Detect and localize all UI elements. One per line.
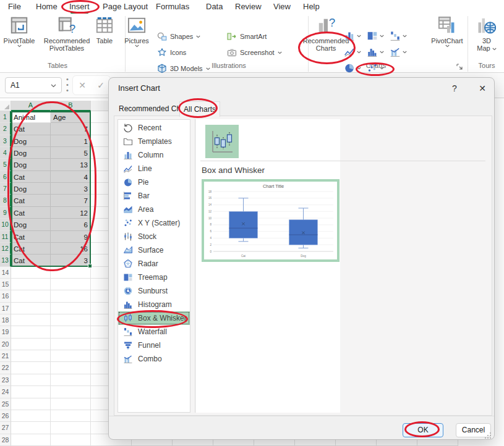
shapes-button[interactable]: Shapes [157, 30, 200, 43]
cell-B27[interactable] [51, 422, 91, 434]
ribbon-tab-file[interactable]: File [8, 0, 21, 14]
row-header-1[interactable]: 1 [0, 111, 11, 123]
row-header-26[interactable]: 26 [0, 410, 11, 422]
icons-button[interactable]: Icons [157, 46, 186, 59]
insert-pie-chart-button[interactable] [344, 62, 361, 74]
cell-B17[interactable] [51, 303, 91, 314]
tab-all-charts[interactable]: All Charts [179, 101, 220, 117]
chart-type-funnel[interactable]: Funnel [118, 339, 190, 352]
cell-B21[interactable] [51, 350, 91, 362]
dialog-help-button[interactable]: ? [448, 82, 461, 95]
cell-A3[interactable]: Dog [11, 135, 51, 147]
row-header-19[interactable]: 19 [0, 326, 11, 338]
cell-A4[interactable]: Dog [11, 147, 51, 159]
cell-A9[interactable]: Cat [11, 207, 51, 219]
chart-preview[interactable]: Chart Title024681012141618CatDog [202, 179, 340, 262]
row-header-4[interactable]: 4 [0, 147, 11, 159]
chart-type-pie[interactable]: Pie [118, 175, 190, 189]
fill-handle[interactable] [88, 264, 92, 268]
ribbon-tab-home[interactable]: Home [36, 0, 58, 14]
chart-type-radar[interactable]: Radar [118, 257, 190, 271]
cell-B15[interactable] [51, 279, 91, 290]
cell-B11[interactable]: 9 [51, 231, 91, 243]
cell-B16[interactable] [51, 290, 91, 302]
insert-treemap-button[interactable] [367, 30, 384, 42]
cell-B1[interactable]: Age [51, 111, 91, 123]
cell-A22[interactable] [11, 362, 51, 374]
cell-B12[interactable]: 16 [51, 243, 91, 255]
cell-B10[interactable]: 6 [51, 219, 91, 230]
pivottable-button[interactable]: PivotTable [3, 16, 35, 48]
row-header-11[interactable]: 11 [0, 231, 11, 243]
cell-A19[interactable] [11, 326, 51, 338]
row-header-24[interactable]: 24 [0, 386, 11, 398]
chart-type-area[interactable]: Area [118, 203, 190, 216]
ribbon-tab-view[interactable]: View [273, 0, 291, 14]
name-box[interactable]: A1 [5, 77, 62, 93]
insert-combo-chart-button[interactable] [390, 46, 407, 58]
row-header-12[interactable]: 12 [0, 243, 11, 255]
cell-B8[interactable]: 7 [51, 195, 91, 206]
cell-B20[interactable] [51, 339, 91, 350]
cell-A6[interactable]: Cat [11, 171, 51, 183]
chart-type-recent[interactable]: Recent [118, 121, 190, 135]
ok-button[interactable]: OK [403, 423, 443, 437]
cell-B6[interactable]: 4 [51, 171, 91, 183]
cancel-entry-icon[interactable]: ✕ [73, 80, 92, 90]
cell-A25[interactable] [11, 398, 51, 410]
recommended-charts-button[interactable]: ?RecommendedCharts [301, 16, 351, 52]
cell-A16[interactable] [11, 290, 51, 302]
cell-A27[interactable] [11, 422, 51, 434]
cell-A11[interactable]: Cat [11, 231, 51, 243]
chart-type-sunburst[interactable]: Sunburst [118, 284, 190, 298]
insert-scatter-chart-button[interactable] [367, 62, 384, 74]
cell-B13[interactable]: 3 [51, 255, 91, 266]
chart-type-surface[interactable]: Surface [118, 243, 190, 257]
row-header-13[interactable]: 13 [0, 255, 11, 266]
row-header-17[interactable]: 17 [0, 303, 11, 314]
cell-B4[interactable]: 5 [51, 147, 91, 159]
box-whisker-subtype-thumbnail[interactable] [205, 125, 239, 158]
insert-line-chart-button[interactable] [344, 46, 361, 58]
row-header-9[interactable]: 9 [0, 207, 11, 219]
row-header-22[interactable]: 22 [0, 362, 11, 374]
enter-entry-icon[interactable]: ✓ [92, 80, 110, 90]
row-header-16[interactable]: 16 [0, 290, 11, 302]
row-header-23[interactable]: 23 [0, 374, 11, 386]
cell-A15[interactable] [11, 279, 51, 290]
cell-A13[interactable]: Cat [11, 255, 51, 266]
row-header-27[interactable]: 27 [0, 422, 11, 434]
chevron-down-icon[interactable] [51, 81, 56, 90]
chart-type-combo[interactable]: Combo [118, 352, 190, 366]
row-header-15[interactable]: 15 [0, 279, 11, 290]
cell-B5[interactable]: 13 [51, 159, 91, 170]
chart-type-x-y-scatter-[interactable]: X Y (Scatter) [118, 216, 190, 230]
row-header-7[interactable]: 7 [0, 183, 11, 195]
select-all-corner[interactable] [0, 101, 11, 111]
cell-B26[interactable] [51, 410, 91, 422]
row-header-14[interactable]: 14 [0, 267, 11, 279]
chart-type-stock[interactable]: Stock [118, 230, 190, 243]
cell-A24[interactable] [11, 386, 51, 398]
cell-A23[interactable] [11, 374, 51, 386]
ribbon-tab-help[interactable]: Help [303, 0, 320, 14]
cell-B2[interactable]: 7 [51, 123, 91, 135]
cell-B25[interactable] [51, 398, 91, 410]
ribbon-tab-page-layout[interactable]: Page Layout [103, 0, 148, 14]
cell-A17[interactable] [11, 303, 51, 314]
cell-A14[interactable] [11, 267, 51, 279]
column-header-B[interactable]: B [51, 101, 91, 111]
row-header-25[interactable]: 25 [0, 398, 11, 410]
insert-histogram-button[interactable] [367, 46, 384, 58]
cell-B24[interactable] [51, 386, 91, 398]
cell-B23[interactable] [51, 374, 91, 386]
chart-type-box-whisker[interactable]: Box & Whisker [118, 311, 190, 325]
cell-A28[interactable] [11, 434, 51, 446]
chart-type-templates[interactable]: Templates [118, 135, 190, 148]
cell-B7[interactable]: 3 [51, 183, 91, 195]
cell-A2[interactable]: Cat [11, 123, 51, 135]
cell-B28[interactable] [51, 434, 91, 446]
dialog-close-button[interactable]: ✕ [475, 82, 490, 95]
ribbon-tab-data[interactable]: Data [206, 0, 223, 14]
row-header-5[interactable]: 5 [0, 159, 11, 170]
